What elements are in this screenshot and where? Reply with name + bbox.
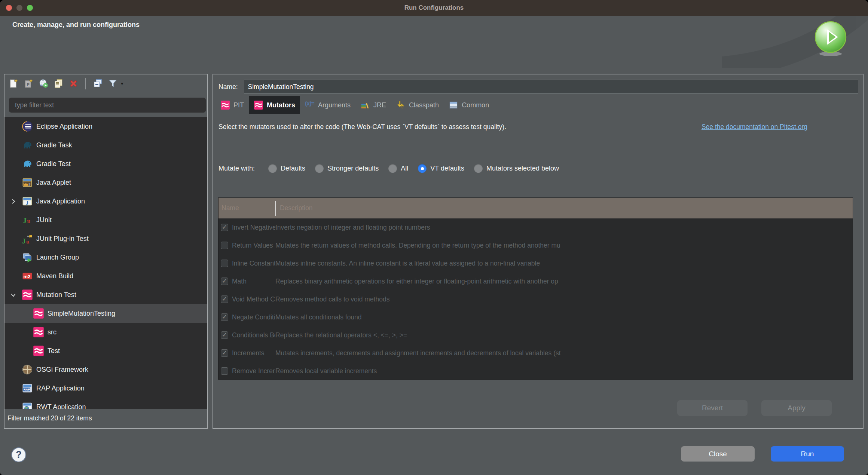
tab-arguments[interactable]: (x)=Arguments xyxy=(300,96,355,114)
name-label: Name: xyxy=(218,83,238,91)
svg-text:P: P xyxy=(27,82,30,87)
radio-option-stronger-defaults[interactable]: Stronger defaults xyxy=(315,164,379,173)
table-row-invert-negatives[interactable]: Invert NegativesInverts negation of inte… xyxy=(218,218,853,236)
junit-icon: Ju xyxy=(22,214,33,226)
checkbox-increments[interactable] xyxy=(221,349,228,357)
svg-text:J: J xyxy=(23,216,27,225)
checkbox-inline-constant[interactable] xyxy=(221,260,228,267)
gradle-dark-icon xyxy=(22,140,33,151)
mutation-icon xyxy=(254,100,263,110)
table-row-math[interactable]: MathReplaces binary arithmetic operation… xyxy=(218,272,853,290)
mutator-name: Void Method Call xyxy=(232,295,275,303)
radio-mutators-selected-below[interactable] xyxy=(474,164,483,173)
tree-item-label: Launch Group xyxy=(36,254,79,261)
checkbox-remove-increments[interactable] xyxy=(221,367,228,375)
apply-button[interactable]: Apply xyxy=(761,400,832,416)
sidebar-toolbar: P▾ xyxy=(4,74,207,93)
tree-item-label: Java Application xyxy=(36,197,85,205)
tree-item-label: SimpleMutationTesting xyxy=(48,310,115,318)
collapse-all-icon[interactable] xyxy=(92,79,103,89)
export-icon[interactable] xyxy=(38,79,49,89)
tree-item-junit-plug-in-test[interactable]: JuJUnit Plug-in Test xyxy=(4,229,207,248)
tree-item-src[interactable]: src xyxy=(4,323,207,341)
name-input[interactable] xyxy=(244,80,858,94)
chevron-down-icon[interactable] xyxy=(4,292,22,298)
radio-label: Mutators selected below xyxy=(486,165,559,172)
tree-item-test[interactable]: Test xyxy=(4,341,207,360)
tree-item-java-application[interactable]: JJava Application xyxy=(4,192,207,211)
tree-item-osgi-framework[interactable]: OSGi Framework xyxy=(4,360,207,379)
tab-label: Common xyxy=(462,101,489,109)
table-row-remove-increments[interactable]: Remove IncrementsRemoves local variable … xyxy=(218,362,853,380)
radio-stronger-defaults[interactable] xyxy=(315,164,324,173)
revert-button[interactable]: Revert xyxy=(677,400,748,416)
divider xyxy=(218,139,855,139)
column-header-description[interactable]: Description xyxy=(275,204,313,212)
table-row-inline-constant[interactable]: Inline ConstantMutates inline constants.… xyxy=(218,254,853,272)
tree-item-junit[interactable]: JuJUnit xyxy=(4,211,207,229)
svg-text:u: u xyxy=(26,239,29,245)
filter-dropdown-caret-icon[interactable]: ▾ xyxy=(121,81,123,86)
tab-pit[interactable]: PIT xyxy=(216,96,249,114)
chevron-right-icon[interactable] xyxy=(4,198,22,205)
checkbox-void-method-call[interactable] xyxy=(221,295,228,303)
tree-item-gradle-task[interactable]: Gradle Task xyxy=(4,136,207,154)
close-button[interactable]: Close xyxy=(681,446,755,462)
checkbox-invert-negatives[interactable] xyxy=(221,224,228,231)
tab-label: PIT xyxy=(233,101,244,109)
radio-label: VT defaults xyxy=(430,165,464,172)
radio-vt-defaults[interactable] xyxy=(418,164,427,173)
new-config-icon[interactable] xyxy=(8,79,19,89)
tree-item-launch-group[interactable]: Launch Group xyxy=(4,248,207,267)
mutator-name: Increments xyxy=(232,349,275,357)
mutator-description: Replaces binary arithmetic operations fo… xyxy=(275,278,853,285)
table-row-void-method-call[interactable]: Void Method CallRemoves method calls to … xyxy=(218,290,853,308)
filter-input[interactable] xyxy=(9,98,206,113)
table-row-conditionals-boundary[interactable]: Conditionals BoundaryReplaces the relati… xyxy=(218,326,853,344)
pitest-doc-link[interactable]: See the documentation on Pitest.org xyxy=(702,123,807,131)
checkbox-return-values[interactable] xyxy=(221,242,228,249)
new-prototype-icon[interactable]: P xyxy=(23,79,34,89)
tab-classpath[interactable]: Classpath xyxy=(391,96,444,114)
filter-icon[interactable] xyxy=(107,79,118,89)
tab-jre[interactable]: JRE xyxy=(355,96,391,114)
help-button[interactable]: ? xyxy=(11,447,26,462)
table-row-return-values[interactable]: Return ValuesMutates the return values o… xyxy=(218,236,853,254)
mutator-name: Inline Constant xyxy=(232,260,275,267)
run-button[interactable]: Run xyxy=(771,446,844,462)
table-row-negate-conditionals[interactable]: Negate ConditionalsMutates all condition… xyxy=(218,308,853,326)
radio-defaults[interactable] xyxy=(268,164,277,173)
radio-option-vt-defaults[interactable]: VT defaults xyxy=(418,164,464,173)
radio-option-all[interactable]: All xyxy=(388,164,408,173)
radio-option-defaults[interactable]: Defaults xyxy=(268,164,305,173)
tree-item-eclipse-application[interactable]: Eclipse Application xyxy=(4,117,207,136)
column-divider[interactable] xyxy=(275,201,276,216)
java-app-icon: J xyxy=(22,196,33,207)
tree-item-java-applet[interactable]: JJava Applet xyxy=(4,173,207,192)
tree-item-maven-build[interactable]: m2Maven Build xyxy=(4,267,207,285)
mutator-name: Conditionals Boundary xyxy=(232,331,275,339)
svg-text:u: u xyxy=(27,218,30,225)
delete-icon[interactable] xyxy=(68,79,79,89)
checkbox-math[interactable] xyxy=(221,278,228,285)
mutator-name: Math xyxy=(232,278,275,285)
tree-item-mutation-test[interactable]: Mutation Test xyxy=(4,285,207,304)
column-header-name[interactable]: Name xyxy=(218,204,275,212)
table-row-increments[interactable]: IncrementsMutates increments, decrements… xyxy=(218,344,853,362)
duplicate-icon[interactable] xyxy=(53,79,64,89)
tree-item-rwt-application[interactable]: RWT Application xyxy=(4,398,207,409)
tab-label: JRE xyxy=(373,101,386,109)
tab-common[interactable]: Common xyxy=(444,96,494,114)
radio-option-mutators-selected-below[interactable]: Mutators selected below xyxy=(474,164,559,173)
tab-mutators[interactable]: Mutators xyxy=(249,96,300,114)
title-bar: Run Configurations xyxy=(0,0,868,16)
page-title: Create, manage, and run configurations xyxy=(12,21,140,29)
mutator-description: Replaces the relational operators <, <=,… xyxy=(275,331,853,339)
radio-all[interactable] xyxy=(388,164,397,173)
tree-item-rap-application[interactable]: RAPRAP Application xyxy=(4,379,207,398)
tree-item-simplemutationtesting[interactable]: SimpleMutationTesting xyxy=(4,304,207,323)
checkbox-conditionals-boundary[interactable] xyxy=(221,331,228,339)
checkbox-negate-conditionals[interactable] xyxy=(221,313,228,321)
tree-item-gradle-test[interactable]: Gradle Test xyxy=(4,154,207,173)
mutator-name: Return Values xyxy=(232,242,275,249)
